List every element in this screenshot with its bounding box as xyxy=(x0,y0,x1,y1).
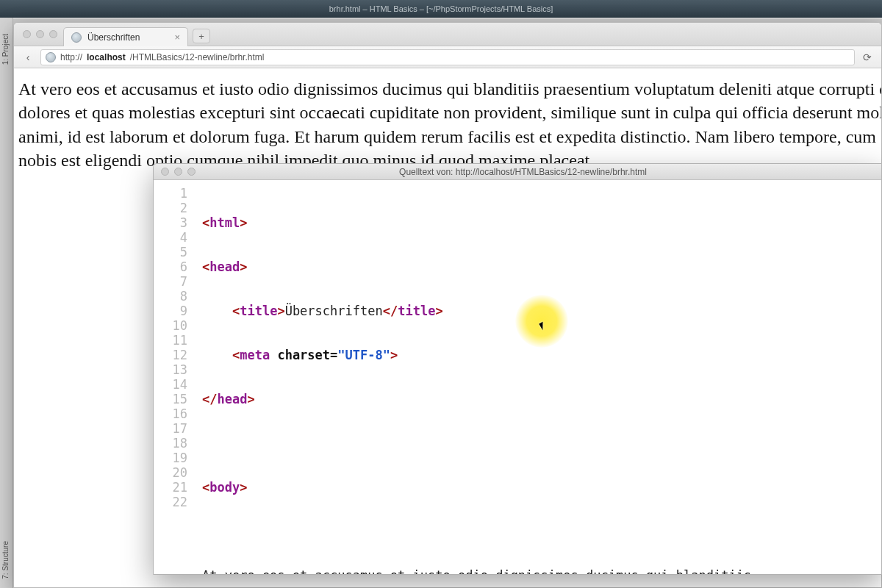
line-number: 8 xyxy=(154,289,195,304)
line-number: 7 xyxy=(154,274,195,289)
code-line: <html> xyxy=(202,215,881,230)
line-number: 5 xyxy=(154,245,195,259)
line-number: 3 xyxy=(154,215,195,230)
line-number: 10 xyxy=(154,318,195,333)
source-titlebar[interactable]: Quelltext von: http://localhost/HTMLBasi… xyxy=(154,164,881,180)
line-number: 17 xyxy=(154,421,195,436)
browser-address-bar: ‹ http://localhost/HTMLBasics/12-newline… xyxy=(14,46,881,68)
source-title: Quelltext von: http://localhost/HTMLBasi… xyxy=(203,167,881,177)
line-number: 21 xyxy=(154,480,195,495)
url-field[interactable]: http://localhost/HTMLBasics/12-newline/b… xyxy=(40,49,855,65)
traffic-light-close-icon[interactable] xyxy=(23,30,31,38)
source-title-prefix: Quelltext von: xyxy=(399,167,456,177)
source-traffic-lights[interactable] xyxy=(154,168,203,176)
back-button[interactable]: ‹ xyxy=(20,49,36,65)
chevron-left-icon: ‹ xyxy=(26,51,30,63)
line-number: 6 xyxy=(154,259,195,274)
ide-rail-project[interactable]: 1: Project xyxy=(1,34,10,65)
plus-icon: + xyxy=(198,31,204,42)
line-number: 11 xyxy=(154,333,195,348)
browser-tab[interactable]: Überschriften × xyxy=(63,27,188,46)
ide-titlebar: brhr.html – HTML Basics – [~/PhpStormPro… xyxy=(0,0,882,18)
code-line xyxy=(202,524,881,539)
source-viewer-window: Quelltext von: http://localhost/HTMLBasi… xyxy=(153,163,882,575)
line-number: 16 xyxy=(154,406,195,421)
globe-icon xyxy=(71,32,82,43)
code-line: <meta charset="UTF-8"> xyxy=(202,348,881,362)
line-number: 18 xyxy=(154,436,195,451)
page-body-text: At vero eos et accusamus et iusto odio d… xyxy=(14,68,881,173)
line-number-gutter: 12345678910111213141516171819202122 xyxy=(154,186,195,509)
line-number: 12 xyxy=(154,348,195,362)
line-number: 1 xyxy=(154,186,195,201)
line-number: 22 xyxy=(154,495,195,509)
globe-icon xyxy=(46,52,56,62)
line-number: 14 xyxy=(154,377,195,392)
line-number: 20 xyxy=(154,465,195,480)
traffic-light-max-icon[interactable] xyxy=(187,168,196,176)
code-line: </head> xyxy=(202,392,881,406)
line-number: 2 xyxy=(154,201,195,215)
ide-rail-structure[interactable]: 7: Structure xyxy=(1,541,10,579)
code-line: At vero eos et accusamus et iusto odio d… xyxy=(202,568,881,574)
code-line: <head> xyxy=(202,259,881,274)
traffic-light-min-icon[interactable] xyxy=(36,30,44,38)
new-tab-button[interactable]: + xyxy=(193,29,210,43)
traffic-light-close-icon[interactable] xyxy=(161,168,169,176)
ide-title: brhr.html – HTML Basics – [~/PhpStormPro… xyxy=(329,4,553,13)
url-prefix: http:// xyxy=(60,52,82,62)
line-number: 9 xyxy=(154,304,195,318)
line-number: 4 xyxy=(154,230,195,245)
browser-tabbar: Überschriften × + xyxy=(14,23,881,46)
code-line: <title>Überschriften</title> xyxy=(202,304,881,318)
reload-icon: ⟳ xyxy=(863,51,872,63)
reload-button[interactable]: ⟳ xyxy=(859,51,875,63)
source-body[interactable]: 12345678910111213141516171819202122 <htm… xyxy=(154,180,881,574)
code-line: <body> xyxy=(202,480,881,495)
line-number: 13 xyxy=(154,362,195,377)
traffic-light-max-icon[interactable] xyxy=(49,30,57,38)
source-title-url: http://localhost/HTMLBasics/12-newline/b… xyxy=(456,167,647,177)
line-number: 15 xyxy=(154,392,195,406)
url-host: localhost xyxy=(87,52,126,62)
window-traffic-lights[interactable] xyxy=(20,30,63,46)
source-code[interactable]: <html> <head> <title>Überschriften</titl… xyxy=(202,186,881,574)
tab-close-button[interactable]: × xyxy=(174,32,180,42)
url-path: /HTMLBasics/12-newline/brhr.html xyxy=(130,52,265,62)
ide-left-rail: 1: Project 7: Structure xyxy=(0,18,13,588)
line-number: 19 xyxy=(154,451,195,465)
tab-title: Überschriften xyxy=(87,32,140,43)
traffic-light-min-icon[interactable] xyxy=(174,168,182,176)
code-line xyxy=(202,436,881,451)
